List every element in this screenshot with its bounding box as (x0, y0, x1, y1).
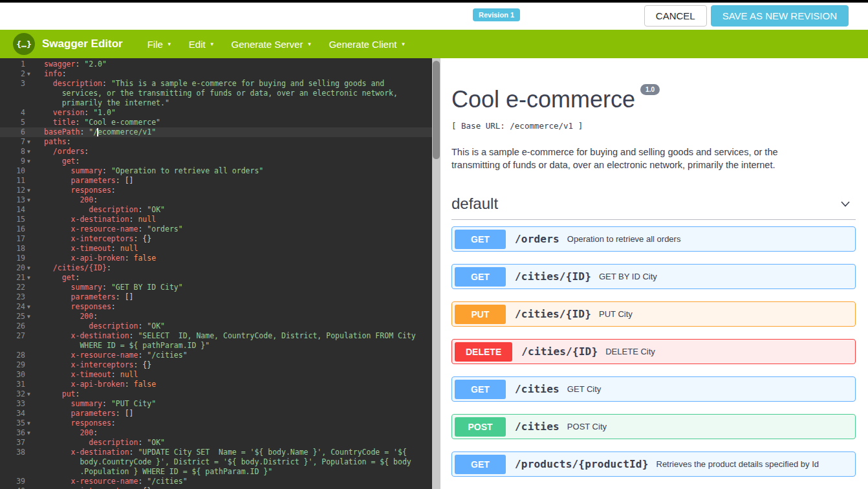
code-line: 1swagger: "2.0" (0, 60, 440, 69)
code-line: 17 x-interceptors: {} (0, 234, 440, 244)
endpoint-path: /cities (515, 420, 559, 433)
toolbar-buttons: CANCEL SAVE AS NEW REVISION (644, 5, 849, 27)
code-text: responses: (36, 302, 116, 312)
code-line: 16 x-resource-name: "orders" (0, 224, 440, 234)
fold-caret-icon[interactable]: ▼ (25, 137, 32, 147)
code-line: 35▼ responses: (0, 418, 440, 428)
fold-caret-icon[interactable]: ▼ (25, 147, 32, 157)
endpoint-row-put-cities-ID-[interactable]: PUT/cities/{ID}PUT City (451, 301, 856, 327)
menu-caret-icon: ▼ (167, 41, 172, 47)
code-line: 27 x-destination: "SELECT ID, Name, Coun… (0, 331, 440, 341)
code-text: WHERE ID = ${ pathParam.ID }" (36, 341, 210, 351)
menu-file[interactable]: File▼ (146, 35, 173, 54)
fold-caret-empty (25, 127, 32, 137)
code-text: x-api-broken: false (36, 254, 156, 263)
line-gutter: 4 (0, 108, 36, 118)
line-number: 40 (16, 486, 25, 489)
endpoint-row-delete-cities-ID-[interactable]: DELETE/cities/{ID}DELETE City (451, 339, 856, 364)
line-number: 11 (16, 176, 25, 186)
menu-label: Generate Client (329, 39, 396, 50)
method-badge: GET (455, 455, 506, 474)
fold-caret-icon[interactable]: ▼ (25, 428, 32, 438)
fold-caret-icon[interactable]: ▼ (25, 263, 32, 273)
yaml-code-editor[interactable]: 1swagger: "2.0"2▼info:3 description: "Th… (0, 58, 440, 489)
code-line: 14 description: "OK" (0, 205, 440, 215)
endpoint-path: /cities/{ID} (521, 345, 598, 358)
endpoint-path: /cities/{ID} (515, 308, 591, 320)
menu-generate-server[interactable]: Generate Server▼ (230, 35, 314, 54)
code-lines: 1swagger: "2.0"2▼info:3 description: "Th… (0, 58, 440, 489)
code-line: primarily the internet." (0, 98, 440, 108)
fold-caret-icon[interactable]: ▼ (25, 273, 32, 283)
endpoint-list: GET/ordersOperation to retrieve all orde… (451, 226, 856, 477)
line-gutter: 2▼ (0, 69, 36, 79)
menu-edit[interactable]: Edit▼ (188, 35, 216, 54)
fold-caret-icon[interactable]: ▼ (25, 418, 32, 428)
line-gutter: 27 (0, 331, 36, 341)
fold-caret-empty (25, 341, 32, 351)
tag-section-header[interactable]: default (451, 195, 856, 220)
code-text: x-interceptors: {} (36, 234, 151, 244)
editor-scrollbar-thumb[interactable] (433, 61, 440, 159)
line-gutter: 15 (0, 215, 36, 224)
line-number: 1 (21, 60, 25, 69)
endpoint-row-get-products-productId-[interactable]: GET/products/{productId}Retrieves the pr… (451, 451, 856, 477)
endpoint-path: /orders (515, 233, 559, 245)
line-number: 18 (16, 244, 25, 254)
fold-caret-empty (25, 448, 32, 457)
revision-toolbar: Revision 1 CANCEL SAVE AS NEW REVISION (0, 3, 868, 30)
code-line-active: 6basePath: "/ecommerce/v1" (0, 127, 440, 137)
fold-caret-icon[interactable]: ▼ (25, 195, 32, 205)
endpoint-row-get-cities-ID-[interactable]: GET/cities/{ID}GET BY ID City (451, 264, 856, 289)
fold-caret-icon[interactable]: ▼ (25, 389, 32, 399)
line-number: 31 (16, 380, 25, 389)
line-gutter: 33 (0, 399, 36, 409)
line-number: 17 (16, 234, 25, 244)
code-text: x-interceptors: {} (36, 486, 151, 489)
line-gutter: 34 (0, 409, 36, 418)
line-number: 21 (16, 273, 25, 283)
fold-caret-icon[interactable]: ▼ (25, 69, 32, 79)
line-number: 34 (16, 409, 25, 418)
cancel-button[interactable]: CANCEL (644, 5, 707, 27)
chevron-down-icon[interactable] (839, 197, 852, 210)
line-gutter: 16 (0, 224, 36, 234)
line-gutter: 29 (0, 360, 36, 370)
code-line: 23 parameters: [] (0, 292, 440, 302)
code-text: summary: "GET BY ID City" (36, 283, 183, 292)
line-gutter: 8▼ (0, 147, 36, 157)
fold-caret-icon[interactable]: ▼ (25, 186, 32, 195)
editor-scrollbar[interactable] (432, 58, 440, 489)
endpoint-path: /cities/{ID} (515, 270, 591, 283)
endpoint-row-get-orders[interactable]: GET/ordersOperation to retrieve all orde… (451, 226, 856, 252)
endpoint-row-post-cities[interactable]: POST/citiesPOST City (451, 414, 856, 439)
code-line: 4 version: "1.0" (0, 108, 440, 118)
endpoint-row-get-cities[interactable]: GET/citiesGET City (451, 376, 856, 402)
endpoint-summary: Operation to retrieve all orders (567, 234, 681, 244)
fold-caret-empty (25, 292, 32, 302)
fold-caret-empty (25, 166, 32, 176)
code-line: 30 x-timeout: null (0, 370, 440, 380)
save-as-new-revision-button[interactable]: SAVE AS NEW REVISION (711, 5, 849, 27)
swagger-logo-glyph: {…} (16, 39, 31, 49)
fold-caret-icon[interactable]: ▼ (25, 312, 32, 321)
menu-generate-client[interactable]: Generate Client▼ (327, 35, 407, 54)
fold-caret-empty (25, 467, 32, 477)
swagger-ui-preview: Cool e-commerce1.0 [ Base URL: /ecommerc… (440, 58, 868, 489)
code-text: services, or the transmitting of funds o… (36, 89, 398, 98)
fold-caret-icon[interactable]: ▼ (25, 157, 32, 166)
line-number: 2 (21, 69, 25, 79)
fold-caret-empty (25, 370, 32, 380)
code-text: primarily the internet." (36, 98, 169, 108)
line-gutter (0, 89, 36, 98)
fold-caret-icon[interactable]: ▼ (25, 302, 32, 312)
api-version-badge: 1.0 (640, 84, 660, 95)
line-number: 35 (16, 418, 25, 428)
code-text: info: (36, 69, 67, 79)
code-line: 15 x-destination: null (0, 215, 440, 224)
line-number: 37 (16, 438, 25, 448)
code-text: 200: (36, 312, 98, 321)
base-url: [ Base URL: /ecommerce/v1 ] (451, 121, 856, 131)
line-number: 29 (16, 360, 25, 370)
line-number: 38 (16, 448, 25, 457)
